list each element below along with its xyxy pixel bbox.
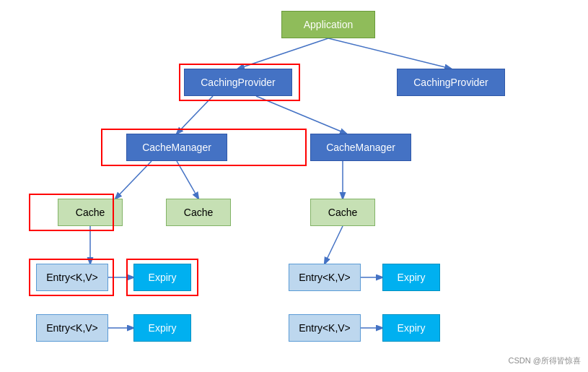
node-cache1: Cache: [58, 199, 123, 226]
svg-line-5: [177, 161, 198, 199]
node-expiry1b: Expiry: [133, 314, 191, 342]
svg-line-3: [256, 96, 346, 134]
svg-line-4: [115, 161, 152, 199]
watermark: CSDN @所得皆惊喜: [509, 355, 581, 366]
svg-line-0: [238, 38, 328, 69]
node-cacheManager2: CacheManager: [310, 134, 411, 161]
node-cachingProvider1: CachingProvider: [184, 69, 292, 96]
node-expiry3a: Expiry: [382, 264, 440, 291]
node-cache3: Cache: [310, 199, 375, 226]
node-entry3b: Entry<K,V>: [289, 314, 361, 342]
node-entry1a: Entry<K,V>: [36, 264, 108, 291]
node-entry3a: Entry<K,V>: [289, 264, 361, 291]
node-entry1b: Entry<K,V>: [36, 314, 108, 342]
node-application: Application: [281, 11, 375, 38]
node-expiry3b: Expiry: [382, 314, 440, 342]
node-cachingProvider2: CachingProvider: [397, 69, 505, 96]
svg-line-1: [328, 38, 451, 69]
node-cache2: Cache: [166, 199, 231, 226]
node-expiry1a: Expiry: [133, 264, 191, 291]
svg-line-10: [325, 226, 343, 264]
svg-line-2: [177, 96, 213, 134]
node-cacheManager1: CacheManager: [126, 134, 227, 161]
diagram: ApplicationCachingProviderCachingProvide…: [0, 0, 588, 372]
